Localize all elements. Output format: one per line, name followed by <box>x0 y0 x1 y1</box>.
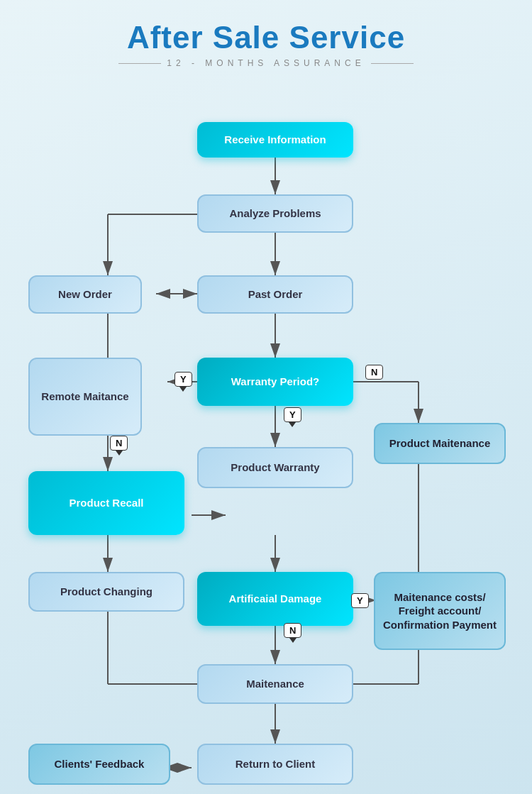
node-clients-feedback: Clients' Feedback <box>28 744 170 785</box>
node-artificaial-damage: Artificaial Damage <box>197 572 353 626</box>
label-y1: Y <box>174 372 192 387</box>
page-subtitle: 12 - MONTHS ASSURANCE <box>0 58 532 68</box>
node-analyze-problems: Analyze Problems <box>197 194 353 233</box>
node-return-to-client: Return to Client <box>197 744 353 785</box>
page-title: After Sale Service <box>0 0 532 55</box>
label-n1: N <box>365 365 383 380</box>
node-maitenance-costs: Maitenance costs/ Freight account/ Confi… <box>374 572 506 650</box>
label-n3: N <box>284 623 301 638</box>
node-past-order: Past Order <box>197 275 353 314</box>
label-n2: N <box>110 436 128 451</box>
label-y2: Y <box>284 407 301 422</box>
flowchart: Receive Information Analyze Problems New… <box>0 75 532 794</box>
node-product-recall: Product Recall <box>28 471 184 535</box>
node-receive-information: Receive Information <box>197 122 353 158</box>
node-product-warranty: Product Warranty <box>197 447 353 488</box>
label-y3: Y <box>351 593 369 608</box>
node-maitenance: Maitenance <box>197 664 353 704</box>
node-warranty-period: Warranty Period? <box>197 358 353 406</box>
node-product-maitenance: Product Maitenance <box>374 423 506 464</box>
node-remote-maitance: Remote Maitance <box>28 358 142 436</box>
node-new-order: New Order <box>28 275 142 314</box>
node-product-changing: Product Changing <box>28 572 184 612</box>
